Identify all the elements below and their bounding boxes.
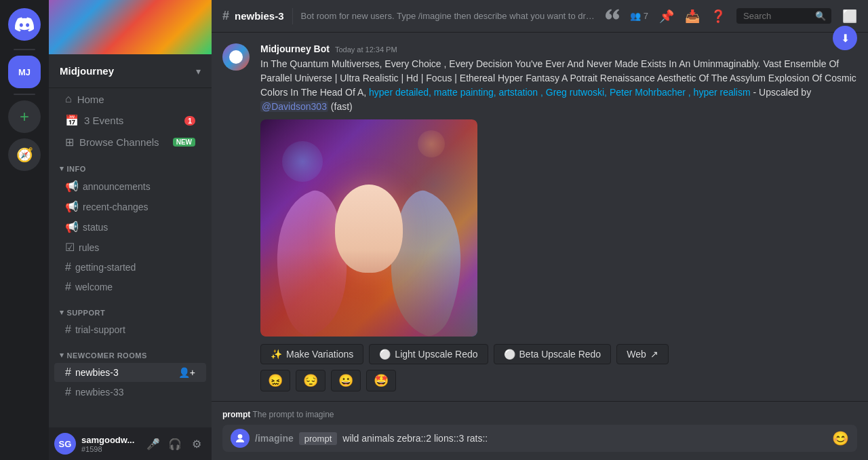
hash-icon-5: # xyxy=(65,386,71,398)
channel-newbies-3[interactable]: # newbies-3 👤+ xyxy=(54,363,206,382)
section-header-support[interactable]: ▾ SUPPORT xyxy=(49,297,212,320)
reaction-1[interactable]: 😖 xyxy=(260,370,290,391)
channel-rules[interactable]: ☑ rules xyxy=(54,237,206,257)
chevron-down-icon-info: ▾ xyxy=(60,164,64,173)
light-upscale-label: Light Upscale Redo xyxy=(395,349,477,360)
star-cluster xyxy=(282,141,323,182)
deafen-button[interactable]: 🎧 xyxy=(165,434,184,453)
hash-icon-1: # xyxy=(65,261,71,273)
hash-icon-4: # xyxy=(65,366,71,379)
section-info-label: INFO xyxy=(67,165,86,173)
home-label: Home xyxy=(77,94,104,105)
emoji-picker-icon[interactable]: 😊 xyxy=(832,430,849,446)
prompt-hint-description: The prompt to imagine xyxy=(252,410,334,419)
window-icon[interactable]: ⬜ xyxy=(842,9,857,24)
prompt-hint: prompt The prompt to imagine xyxy=(222,410,857,419)
fast-label: (fast) xyxy=(331,101,353,112)
member-count-icon: 👥 xyxy=(630,11,641,21)
make-variations-button[interactable]: ✨ Make Variations xyxy=(260,344,363,364)
variations-icon: ✨ xyxy=(271,349,282,360)
channel-newbies-33[interactable]: # newbies-33 xyxy=(54,383,206,402)
icon-bar-divider xyxy=(14,49,35,50)
topbar-divider xyxy=(292,8,293,24)
section-header-newcomer[interactable]: ▾ NEWCOMER ROOMS xyxy=(49,340,212,362)
icon-bar: MJ + 🧭 xyxy=(0,0,49,460)
svg-point-1 xyxy=(238,434,243,439)
message-buttons: ✨ Make Variations ⚪ Light Upscale Redo ⚪… xyxy=(260,344,857,364)
light-upscale-redo-button[interactable]: ⚪ Light Upscale Redo xyxy=(369,344,488,364)
chevron-down-icon-support: ▾ xyxy=(60,308,64,317)
server-icon-midjourney[interactable]: MJ xyxy=(8,56,41,88)
prompt-hint-cmd: prompt xyxy=(222,410,250,419)
server-sidebar: Midjourney ▾ ⌂ Home 📅 3 Events 1 ⊞ Brows… xyxy=(49,0,212,460)
message-mention[interactable]: @Davidson303 xyxy=(260,101,328,112)
scroll-bottom-button[interactable]: ⬇ xyxy=(833,26,857,50)
channel-getting-started[interactable]: # getting-started xyxy=(54,258,206,277)
channel-title: # newbies-3 xyxy=(222,9,284,23)
user-info: samgoodw... #1598 xyxy=(81,435,138,453)
message-image xyxy=(260,119,477,337)
add-server-button[interactable]: + xyxy=(8,100,41,133)
message-text: In The Quantum Multiverses, Every Choice… xyxy=(260,57,857,114)
channel-label: recent-changes xyxy=(83,202,149,212)
server-header[interactable]: Midjourney ▾ xyxy=(49,54,212,88)
light-upscale-icon: ⚪ xyxy=(379,349,391,360)
browse-icon: ⊞ xyxy=(65,136,74,149)
sidebar-item-home[interactable]: ⌂ Home xyxy=(54,89,206,109)
channel-trial-support[interactable]: # trial-support xyxy=(54,320,206,339)
help-icon[interactable]: ❓ xyxy=(711,9,726,24)
avatar: SG xyxy=(54,433,76,455)
chevron-down-icon-newcomer: ▾ xyxy=(60,351,64,360)
member-count: 👥 7 xyxy=(630,11,648,21)
sidebar-item-events[interactable]: 📅 3 Events 1 xyxy=(54,110,206,131)
add-member-icon[interactable]: 👤+ xyxy=(178,367,195,378)
reaction-2[interactable]: 😔 xyxy=(296,370,326,391)
bottom-glow xyxy=(260,250,477,337)
mute-button[interactable]: 🎤 xyxy=(144,434,163,453)
server-name: Midjourney xyxy=(60,65,114,77)
input-bar: /imagine prompt 😊 xyxy=(222,425,857,452)
browse-channels-label: Browse Channels xyxy=(79,136,159,148)
message-text-suffix: - Upscaled by xyxy=(753,87,812,98)
prompt-label: prompt xyxy=(299,432,337,445)
prompt-area: prompt The prompt to imagine /imagine pr… xyxy=(212,401,868,460)
channel-welcome[interactable]: # welcome xyxy=(54,277,206,296)
inbox-icon[interactable]: 📥 xyxy=(685,9,700,24)
sidebar-scroll: ⌂ Home 📅 3 Events 1 ⊞ Browse Channels NE… xyxy=(49,88,212,427)
message: Midjourney Bot Today at 12:34 PM In The … xyxy=(222,43,857,391)
section-header-info[interactable]: ▾ INFO xyxy=(49,153,212,176)
star-cluster-2 xyxy=(418,130,445,157)
channel-label: getting-started xyxy=(75,262,136,273)
channel-label: trial-support xyxy=(75,324,125,335)
members-icon[interactable] xyxy=(606,7,619,24)
checkbox-icon: ☑ xyxy=(65,241,75,254)
channel-recent-changes[interactable]: 📢 recent-changes xyxy=(54,197,206,216)
channel-announcements[interactable]: 📢 announcements xyxy=(54,176,206,196)
pin-icon[interactable]: 📌 xyxy=(659,9,674,24)
new-badge: NEW xyxy=(173,138,195,147)
explore-button[interactable]: 🧭 xyxy=(8,138,41,171)
section-support-label: SUPPORT xyxy=(67,309,106,317)
search-input[interactable] xyxy=(743,11,811,21)
user-bar: SG samgoodw... #1598 🎤 🎧 ⚙ xyxy=(49,427,212,460)
ai-generated-image[interactable] xyxy=(260,119,477,337)
settings-button[interactable]: ⚙ xyxy=(187,434,206,453)
svg-point-0 xyxy=(229,50,243,64)
main-content: # newbies-3 Bot room for new users. Type… xyxy=(212,0,868,460)
channel-label: rules xyxy=(79,242,99,253)
channel-label: welcome xyxy=(75,282,113,292)
search-bar[interactable]: 🔍 xyxy=(736,8,831,24)
web-button[interactable]: Web ↗ xyxy=(616,344,669,364)
beta-upscale-redo-button[interactable]: ⚪ Beta Upscale Redo xyxy=(494,344,612,364)
icon-bar-divider-2 xyxy=(14,94,35,95)
reaction-3[interactable]: 😀 xyxy=(331,370,361,391)
channel-status[interactable]: 📢 status xyxy=(54,217,206,237)
username: samgoodw... xyxy=(81,435,138,445)
channel-label: newbies-3 xyxy=(75,367,119,378)
events-label: 3 Events xyxy=(84,115,123,126)
discord-logo[interactable] xyxy=(8,8,41,41)
reaction-4[interactable]: 🤩 xyxy=(366,370,396,391)
prompt-input[interactable] xyxy=(342,425,827,452)
sidebar-item-browse-channels[interactable]: ⊞ Browse Channels NEW xyxy=(54,132,206,153)
beta-upscale-icon: ⚪ xyxy=(504,349,515,360)
